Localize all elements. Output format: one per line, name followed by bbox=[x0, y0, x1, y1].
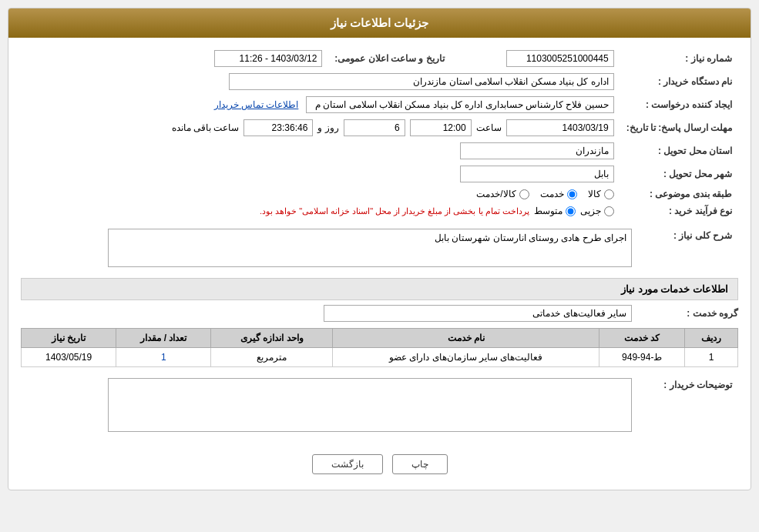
saat-value: 12:00 bbox=[410, 119, 472, 136]
etelaat-link[interactable]: اطلاعات تماس خریدار bbox=[214, 99, 299, 110]
table-cell-0-3: مترمربع bbox=[211, 348, 333, 367]
namDastgah-label: نام دستگاه خریدار : bbox=[620, 70, 738, 93]
table-cell-0-2: فعالیت‌های سایر سازمان‌های دارای عضو bbox=[333, 348, 599, 367]
back-button[interactable]: بازگشت bbox=[312, 454, 383, 474]
shomareNiaz-label: شماره نیاز : bbox=[620, 47, 738, 70]
tozihat-label: توضیحات خریدار : bbox=[638, 375, 738, 437]
khadamat-section-header: اطلاعات خدمات مورد نیاز bbox=[21, 278, 738, 300]
table-cell-0-1: ط-94-949 bbox=[599, 348, 685, 367]
tabaqe-kala-khedmat-label: کالا/خدمت bbox=[476, 189, 516, 199]
tabaqe-kala-khedmat-option[interactable]: کالا/خدمت bbox=[476, 189, 529, 199]
tarikh-elan-label: تاریخ و ساعت اعلان عمومی: bbox=[328, 47, 450, 70]
mande-label: ساعت باقی مانده bbox=[172, 122, 240, 133]
col-header-0: ردیف bbox=[685, 329, 738, 348]
tabaqe-label: طبقه بندی موضوعی : bbox=[620, 186, 738, 202]
rooz-value: 6 bbox=[344, 119, 405, 136]
namDastgah-value: اداره کل بنیاد مسکن انقلاب اسلامی استان … bbox=[229, 73, 614, 90]
motavaset-option[interactable]: متوسط bbox=[534, 206, 576, 216]
ostan-label: استان محل تحویل : bbox=[620, 139, 738, 162]
col-header-4: تعداد / مقدار bbox=[116, 329, 211, 348]
motavaset-radio[interactable] bbox=[566, 206, 576, 216]
shahr-label: شهر محل تحویل : bbox=[620, 162, 738, 186]
ostan-value: مازندران bbox=[460, 142, 614, 159]
jazzi-label: جزیی bbox=[580, 206, 601, 216]
col-header-2: نام خدمت bbox=[333, 329, 599, 348]
tabaqe-khedmat-radio[interactable] bbox=[567, 189, 577, 199]
table-row: 1ط-94-949فعالیت‌های سایر سازمان‌های دارا… bbox=[22, 348, 738, 367]
tarikh-value: 1403/03/19 bbox=[506, 119, 614, 136]
rooz-label: روز و bbox=[317, 122, 338, 133]
col-header-1: کد خدمت bbox=[599, 329, 685, 348]
table-cell-0-0: 1 bbox=[685, 348, 738, 367]
grohe-khedmat-label: گروه خدمت : bbox=[638, 308, 738, 319]
print-button[interactable]: چاپ bbox=[392, 454, 448, 474]
sharh-value: اجرای طرح هادی روستای انارستان شهرستان ب… bbox=[108, 229, 632, 267]
tozihat-textarea[interactable] bbox=[108, 378, 632, 432]
col-header-5: تاریخ نیاز bbox=[22, 329, 116, 348]
shahr-value: بابل bbox=[460, 166, 614, 182]
page-header: جزئیات اطلاعات نیاز bbox=[8, 8, 751, 38]
tarikh-elan-value: 1403/03/12 - 11:26 bbox=[214, 50, 322, 67]
grohe-khedmat-value: سایر فعالیت‌های خدماتی bbox=[324, 305, 632, 322]
shomareNiaz-value: 1103005251000445 bbox=[506, 50, 614, 67]
mande-value: 23:36:46 bbox=[243, 119, 313, 136]
tabaqe-kala-khedmat-radio[interactable] bbox=[519, 189, 529, 199]
table-cell-0-4: 1 bbox=[116, 348, 211, 367]
table-cell-0-5: 1403/05/19 bbox=[22, 348, 116, 367]
services-table: ردیفکد خدمتنام خدمتواحد اندازه گیریتعداد… bbox=[21, 328, 738, 367]
mohlat-label: مهلت ارسال پاسخ: تا تاریخ: bbox=[620, 116, 738, 139]
tabaqe-kala-option[interactable]: کالا bbox=[588, 189, 614, 199]
tabaqe-kala-radio[interactable] bbox=[604, 189, 614, 199]
tabaqe-khedmat-option[interactable]: خدمت bbox=[540, 189, 577, 199]
saat-label: ساعت bbox=[476, 122, 502, 133]
sharh-label: شرح کلی نیاز : bbox=[638, 226, 738, 270]
ijadKonande-value: حسین فلاح کارشناس حسابداری اداره کل بنیا… bbox=[306, 96, 614, 113]
tabaqe-kala-label: کالا bbox=[588, 189, 601, 199]
jazzi-option[interactable]: جزیی bbox=[580, 206, 614, 216]
motavaset-label: متوسط bbox=[534, 206, 563, 216]
col-header-3: واحد اندازه گیری bbox=[211, 329, 333, 348]
noeFarayand-label: نوع فرآیند خرید : bbox=[620, 202, 738, 219]
farayand-note: پرداخت تمام یا بخشی از مبلغ خریدار از مح… bbox=[260, 206, 529, 216]
tabaqe-khedmat-label: خدمت bbox=[540, 189, 564, 199]
ijadKonande-label: ایجاد کننده درخواست : bbox=[620, 93, 738, 116]
jazzi-radio[interactable] bbox=[604, 206, 614, 216]
